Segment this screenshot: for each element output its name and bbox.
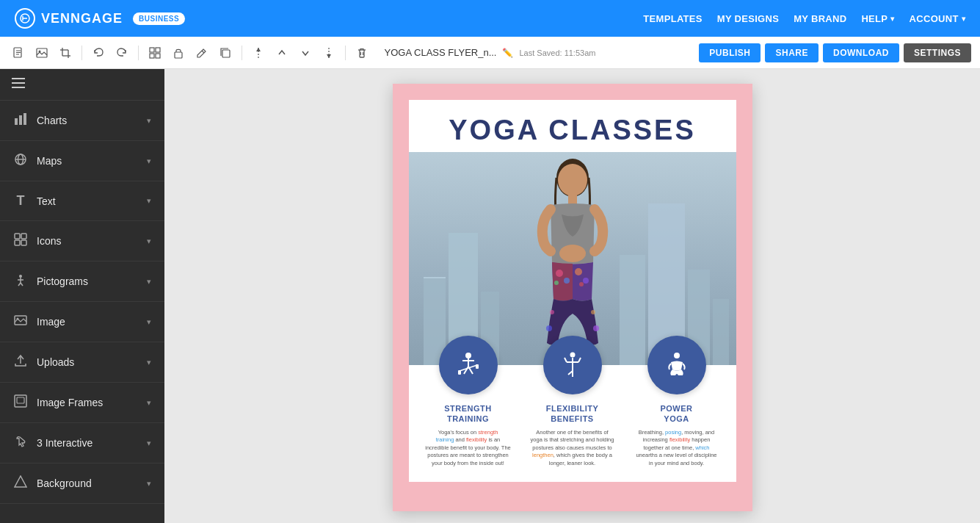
svg-point-63 [593, 325, 599, 331]
edit-icon[interactable] [192, 43, 211, 62]
svg-rect-35 [15, 234, 20, 239]
sidebar-item-icons[interactable]: Icons ▾ [0, 221, 164, 262]
svg-line-75 [565, 358, 567, 362]
svg-point-59 [579, 282, 584, 286]
svg-line-67 [464, 367, 468, 374]
sidebar-item-uploads[interactable]: Uploads ▾ [0, 342, 164, 383]
editor-toolbar: YOGA CLASS FLYER_n... ✏️ Last Saved: 11:… [0, 37, 980, 69]
image-frames-label: Image Frames [37, 397, 103, 408]
sidebar-item-icons-left: Icons [13, 233, 61, 249]
crop-icon[interactable] [56, 43, 75, 62]
nav-right: TEMPLATES MY DESIGNS MY BRAND HELP ▾ ACC… [643, 13, 965, 24]
maps-arrow-icon: ▾ [147, 156, 151, 166]
settings-button[interactable]: SETTINGS [904, 43, 971, 62]
text-label: Text [37, 195, 56, 207]
circle-item-power: POWERYOGA Breathing, posing, moving, and… [625, 336, 728, 467]
file-icon[interactable] [9, 43, 28, 62]
svg-rect-48 [17, 397, 24, 403]
svg-rect-30 [19, 115, 22, 125]
svg-point-57 [575, 268, 582, 275]
svg-point-60 [550, 310, 554, 314]
top-navigation: VENNGAGE BUSINESS TEMPLATES MY DESIGNS M… [0, 0, 980, 37]
svg-rect-71 [476, 364, 479, 369]
svg-point-62 [591, 310, 595, 314]
flexibility-text: Another one of the benefits of yoga is t… [531, 429, 614, 468]
copy-icon[interactable] [216, 43, 235, 62]
svg-point-61 [546, 325, 552, 331]
top-align-icon[interactable] [249, 43, 268, 62]
sidebar-item-pictograms[interactable]: Pictograms ▾ [0, 262, 164, 302]
circle-item-strength: STRENGTHTRAINING Yoga's focus on strengt… [417, 336, 520, 467]
nav-my-brand[interactable]: MY BRAND [794, 13, 846, 24]
sidebar-item-text-left: T Text [13, 193, 56, 209]
lock-icon[interactable] [169, 43, 188, 62]
up-icon[interactable] [272, 43, 291, 62]
download-button[interactable]: DOWNLOAD [823, 43, 899, 62]
interactive-arrow-icon: ▾ [147, 439, 151, 448]
publish-button[interactable]: PUBLISH [699, 43, 761, 62]
undo-icon[interactable] [89, 43, 108, 62]
sidebar-item-background-left: Background [13, 475, 92, 491]
charts-icon [13, 112, 28, 129]
logo-icon [15, 8, 35, 29]
bottom-align-icon[interactable] [319, 43, 338, 62]
down-icon[interactable] [296, 43, 315, 62]
yoga-title: YOGA CLASSES [416, 115, 729, 146]
svg-line-18 [202, 51, 204, 53]
sidebar-item-maps[interactable]: Maps ▾ [0, 141, 164, 181]
pink-bottom-bar [393, 498, 752, 511]
separator-1 [81, 46, 82, 60]
sidebar-item-uploads-left: Uploads [13, 354, 74, 370]
yoga-image [409, 152, 736, 365]
sidebar-item-charts-left: Charts [13, 112, 67, 129]
pictograms-arrow-icon: ▾ [147, 277, 151, 286]
edit-title-icon[interactable]: ✏️ [502, 48, 513, 58]
text-icon: T [13, 193, 28, 209]
redo-icon[interactable] [112, 43, 131, 62]
logo-area[interactable]: VENNGAGE [15, 8, 123, 29]
sidebar-item-interactive[interactable]: 3 Interactive ▾ [0, 423, 164, 464]
background-arrow-icon: ▾ [147, 479, 151, 488]
svg-rect-14 [156, 48, 160, 52]
delete-icon[interactable] [352, 43, 371, 62]
strength-text: Yoga's focus on strength training and fl… [425, 429, 510, 468]
charts-label: Charts [37, 115, 67, 126]
separator-4 [345, 46, 346, 60]
circles-row: STRENGTHTRAINING Yoga's focus on strengt… [416, 336, 729, 467]
nav-left: VENNGAGE BUSINESS [15, 8, 185, 29]
sidebar-item-image[interactable]: Image ▾ [0, 302, 164, 342]
share-button[interactable]: SHARE [765, 43, 819, 62]
business-badge: BUSINESS [133, 12, 185, 25]
svg-rect-29 [15, 118, 18, 125]
interactive-icon [13, 435, 28, 451]
sidebar-item-background[interactable]: Background ▾ [0, 464, 164, 504]
sidebar-item-text[interactable]: T Text ▾ [0, 181, 164, 221]
nav-account[interactable]: ACCOUNT ▾ [910, 13, 965, 24]
maps-label: Maps [37, 155, 62, 167]
nav-help[interactable]: HELP ▾ [861, 13, 894, 24]
canvas-area[interactable]: YOGA CLASSES [164, 69, 980, 523]
svg-point-53 [559, 245, 586, 262]
nav-my-designs[interactable]: MY DESIGNS [717, 13, 779, 24]
image-label: Image [37, 316, 65, 328]
account-arrow-icon: ▾ [962, 15, 965, 23]
image-icon[interactable] [32, 43, 51, 62]
file-title[interactable]: YOGA CLASS FLYER_n... [385, 47, 497, 58]
separator-2 [138, 46, 139, 60]
help-arrow-icon: ▾ [890, 15, 894, 23]
svg-rect-38 [21, 240, 26, 245]
sidebar-item-image-frames[interactable]: Image Frames ▾ [0, 383, 164, 423]
sidebar-item-image-frames-left: Image Frames [13, 394, 103, 411]
interactive-label: 3 Interactive [37, 437, 92, 449]
sidebar-hamburger[interactable] [0, 69, 164, 101]
design-canvas[interactable]: YOGA CLASSES [393, 84, 752, 511]
sidebar-item-charts[interactable]: Charts ▾ [0, 101, 164, 141]
nav-templates[interactable]: TEMPLATES [643, 13, 702, 24]
svg-point-54 [556, 270, 563, 277]
svg-rect-70 [458, 370, 461, 375]
power-title: POWERYOGA [660, 403, 692, 425]
svg-rect-13 [150, 48, 154, 52]
last-saved-text: Last Saved: 11:53am [519, 48, 595, 57]
sidebar-item-image-left: Image [13, 314, 65, 330]
grid-icon[interactable] [145, 43, 164, 62]
